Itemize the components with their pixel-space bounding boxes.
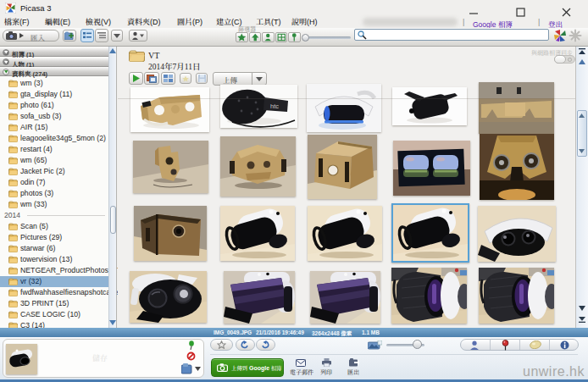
svg-text:htc: htc <box>270 102 279 110</box>
